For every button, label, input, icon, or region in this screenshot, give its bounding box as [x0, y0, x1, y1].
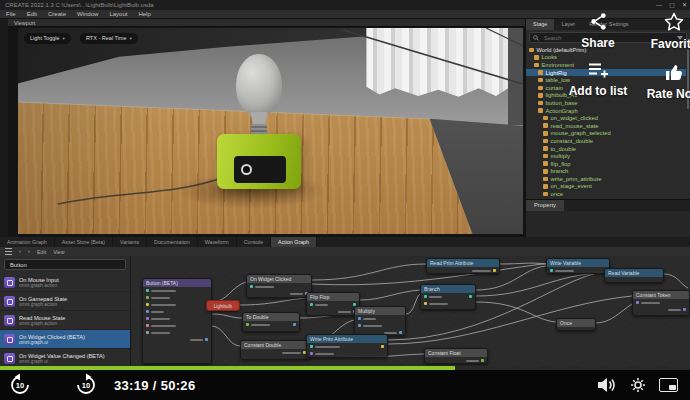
graph-node[interactable]: Branch	[420, 284, 476, 310]
menu-icon[interactable]	[5, 248, 12, 255]
window-controls: — ▢ ✕	[656, 0, 687, 10]
graph-node[interactable]: Read Prim Attribute	[426, 258, 500, 274]
viewport-canvas[interactable]: Light Toggle ▾ RTX - Real Time ▾	[18, 28, 523, 234]
prim-icon	[543, 154, 548, 159]
stage-tree-row[interactable]: branch	[526, 168, 686, 176]
node-palette-item[interactable]: On Mouse Input omni.graph.action	[0, 273, 130, 292]
bottom-tab[interactable]: Animation Graph	[0, 237, 55, 247]
graph-node[interactable]: Write Variable	[546, 258, 610, 274]
stage-tree-row[interactable]: multiply	[526, 152, 686, 160]
node-palette-item[interactable]: Read Mouse State omni.graph.action	[0, 311, 130, 330]
stage-tree-row[interactable]: flip_flop	[526, 160, 686, 168]
graph-node[interactable]: Multiply	[354, 306, 406, 336]
wire	[664, 274, 688, 288]
graph-node[interactable]: On Widget Clicked	[246, 274, 312, 298]
wire	[596, 304, 632, 323]
node-search[interactable]	[4, 259, 126, 270]
prim-label: to_double	[551, 146, 576, 152]
graph-menu-edit[interactable]: Edit	[37, 249, 46, 255]
video-controls-bar: 10 10 33:19/50:26	[0, 370, 690, 400]
node-type-icon	[4, 334, 15, 345]
left-gutter	[0, 19, 8, 237]
close-button[interactable]: ✕	[682, 0, 687, 10]
node-palette-item[interactable]: On Gamepad State omni.graph.action	[0, 292, 130, 311]
menu-item[interactable]: Window	[77, 10, 98, 18]
prim-icon	[534, 55, 539, 60]
miniplayer-icon[interactable]	[659, 378, 678, 392]
stage-tree-row[interactable]: on_widget_clicked	[526, 114, 686, 122]
add-to-list-button[interactable]: Add to list	[566, 62, 630, 98]
window-title: CREATE 2022.1.3 C:\Users\...\LightBulb\L…	[5, 2, 154, 8]
share-button[interactable]: Share	[570, 12, 626, 50]
rate-button[interactable]: Rate Now	[646, 62, 690, 101]
graph-node[interactable]: Write Prim Attribute	[306, 334, 388, 358]
settings-icon[interactable]	[630, 377, 646, 393]
prim-label: constant_double	[551, 138, 594, 144]
minimize-button[interactable]: —	[656, 0, 662, 10]
graph-node[interactable]: Lightbulb	[206, 300, 240, 311]
stage-tree-row[interactable]: mouse_graph_selected	[526, 130, 686, 138]
prim-icon	[543, 169, 548, 174]
rewind-10-button[interactable]: 10	[8, 373, 32, 397]
stage-tree-row[interactable]: once	[526, 190, 686, 198]
node-type-icon	[4, 315, 15, 326]
wire	[212, 282, 246, 302]
volume-icon[interactable]	[597, 377, 617, 393]
prim-label: Looks	[542, 54, 557, 60]
graph-node[interactable]: Button (BETA)	[142, 278, 212, 364]
star-icon	[664, 12, 684, 32]
panel-tab[interactable]: Stage	[526, 19, 554, 30]
graph-canvas[interactable]: Button (BETA) On Widget Clicked Lightbul…	[131, 256, 690, 366]
bottom-tab[interactable]: Console	[237, 237, 271, 247]
favorite-button[interactable]: Favorite	[646, 12, 690, 51]
total-duration: 50:26	[161, 378, 196, 393]
graph-node[interactable]: Once	[556, 318, 596, 331]
tab-property[interactable]: Property	[526, 200, 564, 211]
prim-icon	[543, 116, 548, 121]
camera-selector[interactable]: Light Toggle ▾	[24, 33, 71, 44]
menu-item[interactable]: File	[6, 10, 16, 18]
stage-tree-row[interactable]: ActionGraph	[526, 107, 686, 115]
stage-tree-row[interactable]: Looks	[526, 54, 686, 62]
wire	[500, 263, 546, 264]
menu-item[interactable]: Layout	[109, 10, 127, 18]
node-search-input[interactable]	[8, 261, 122, 269]
renderer-selector[interactable]: RTX - Real Time ▾	[80, 33, 138, 44]
bottom-tab[interactable]: Variants	[113, 237, 147, 247]
light-stand-line	[343, 30, 523, 84]
menu-item[interactable]: Edit	[27, 10, 37, 18]
forward-10-button[interactable]: 10	[74, 373, 98, 397]
graph-node[interactable]: To Double	[242, 312, 300, 332]
stage-tree-row[interactable]: to_double	[526, 145, 686, 153]
graph-node[interactable]: Constant Float	[424, 348, 488, 364]
menu-item[interactable]: Create	[48, 10, 66, 18]
graph-node[interactable]: Read Variable	[604, 268, 664, 283]
bottom-tab[interactable]: Documentation	[147, 237, 198, 247]
graph-node[interactable]: Flip Flop	[306, 292, 360, 316]
graph-node[interactable]: Constant Token	[632, 290, 690, 316]
tab-viewport[interactable]: Viewport	[8, 19, 525, 27]
current-time: 33:19	[114, 378, 149, 393]
node-palette-item[interactable]: On Widget Clicked (BETA) omni.graph.ui	[0, 330, 130, 349]
stage-tree-row[interactable]: on_stage_event	[526, 183, 686, 191]
stage-tree-row[interactable]: write_prim_attribute	[526, 175, 686, 183]
wire	[406, 294, 420, 314]
bottom-tab[interactable]: Asset Store (Beta)	[55, 237, 113, 247]
bottom-tab[interactable]: Action Graph	[271, 237, 317, 247]
node-palette-item[interactable]: On Widget Value Changed (BETA) omni.grap…	[0, 349, 130, 366]
menu-item[interactable]: Help	[138, 10, 150, 18]
graph-node[interactable]: Constant Double	[240, 340, 310, 360]
prim-label: button_base	[546, 100, 578, 106]
stage-tree-row[interactable]: constant_double	[526, 137, 686, 145]
forward-icon[interactable]: ›	[28, 247, 30, 256]
node-title: Write Variable	[547, 259, 609, 267]
node-title: Read Prim Attribute	[427, 259, 499, 267]
bottom-tab[interactable]: Waveform	[198, 237, 237, 247]
stage-tree-row[interactable]: read_mouse_state	[526, 122, 686, 130]
prim-icon	[543, 123, 548, 128]
node-title: Once	[557, 319, 595, 327]
maximize-button[interactable]: ▢	[669, 0, 675, 10]
wire	[212, 326, 240, 346]
graph-menu-view[interactable]: View	[53, 249, 64, 255]
back-icon[interactable]: ‹	[19, 247, 21, 256]
